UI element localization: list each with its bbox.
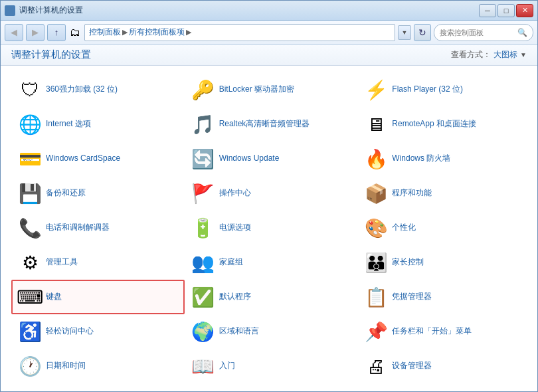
search-box[interactable]: 🔍 xyxy=(434,24,533,41)
item-firewall-icon: 🔥 xyxy=(365,148,387,169)
item-cardspace-label: Windows CardSpace xyxy=(46,153,120,164)
item-parental-icon: 👪 xyxy=(365,252,387,273)
item-remoteapp-label: RemoteApp 和桌面连接 xyxy=(392,119,476,130)
item-taskbar-icon: 📌 xyxy=(365,321,387,342)
item-action-icon: 🚩 xyxy=(193,183,214,204)
item-power-label: 电源选项 xyxy=(219,223,251,233)
folder-icon: 🗂 xyxy=(70,27,80,39)
item-winupdate-icon: 🔄 xyxy=(193,148,214,169)
item-remoteapp-icon: 🖥 xyxy=(365,114,387,135)
item-keyboard[interactable]: ⌨键盘 xyxy=(11,280,185,314)
item-ease[interactable]: ♿轻松访问中心 xyxy=(11,314,185,349)
item-firewall-label: Windows 防火墙 xyxy=(392,153,450,164)
item-backup-label: 备份和还原 xyxy=(46,188,86,199)
item-homegroup-icon: 👥 xyxy=(193,252,214,273)
item-mgmt-label: 管理工具 xyxy=(46,257,78,268)
item-remoteapp[interactable]: 🖥RemoteApp 和桌面连接 xyxy=(357,107,531,142)
item-backup-icon: 💾 xyxy=(19,183,41,204)
view-dropdown-arrow[interactable]: ▼ xyxy=(520,51,527,58)
item-homegroup[interactable]: 👥家庭组 xyxy=(185,245,358,280)
item-credential[interactable]: 📋凭据管理器 xyxy=(357,280,531,314)
item-power[interactable]: 🔋电源选项 xyxy=(185,211,358,245)
window-title: 调整计算机的设置 xyxy=(19,5,83,16)
path-separator-1: ▶ xyxy=(122,28,128,37)
item-default-label: 默认程序 xyxy=(219,292,251,302)
item-winupdate[interactable]: 🔄Windows Update xyxy=(185,142,358,176)
page-title: 调整计算机的设置 xyxy=(11,49,91,61)
item-flash[interactable]: ⚡Flash Player (32 位) xyxy=(357,72,531,107)
item-360[interactable]: 🛡360强力卸载 (32 位) xyxy=(11,72,185,107)
item-credential-label: 凭据管理器 xyxy=(392,292,432,302)
item-default[interactable]: ✅默认程序 xyxy=(185,280,358,314)
item-firewall[interactable]: 🔥Windows 防火墙 xyxy=(357,142,531,176)
item-realtek-icon: 🎵 xyxy=(193,114,214,135)
item-action[interactable]: 🚩操作中心 xyxy=(185,176,358,211)
item-internet[interactable]: 🌐Internet 选项 xyxy=(11,107,185,142)
address-bar: ◀ ▶ ↑ 🗂 控制面板 ▶ 所有控制面板项 ▶ ▼ ↻ 🔍 xyxy=(1,21,537,45)
item-region[interactable]: 🌍区域和语言 xyxy=(185,314,358,349)
search-icon: 🔍 xyxy=(517,28,527,37)
item-date-label: 日期和时间 xyxy=(46,361,86,371)
item-ease-label: 轻松访问中心 xyxy=(46,326,94,337)
item-homegroup-label: 家庭组 xyxy=(219,257,243,268)
item-personalize[interactable]: 🎨个性化 xyxy=(357,211,531,245)
forward-button[interactable]: ▶ xyxy=(26,24,45,41)
maximize-button[interactable]: □ xyxy=(497,4,515,17)
item-parental-label: 家长控制 xyxy=(392,257,424,268)
path-segment-control-panel[interactable]: 控制面板 xyxy=(89,27,121,38)
title-bar: 调整计算机的设置 ─ □ ✕ xyxy=(1,1,537,21)
item-getstarted[interactable]: 📖入门 xyxy=(185,349,358,383)
item-getstarted-label: 入门 xyxy=(219,361,235,371)
view-options: 查看方式： 大图标 ▼ xyxy=(451,49,527,60)
minimize-button[interactable]: ─ xyxy=(479,4,496,17)
path-separator-2: ▶ xyxy=(186,28,191,37)
address-path[interactable]: 控制面板 ▶ 所有控制面板项 ▶ xyxy=(84,24,395,41)
item-ease-icon: ♿ xyxy=(19,321,41,342)
item-date[interactable]: 🕐日期和时间 xyxy=(11,349,185,383)
title-bar-left: 调整计算机的设置 xyxy=(5,5,83,16)
item-cardspace[interactable]: 💳Windows CardSpace xyxy=(11,142,185,176)
refresh-button[interactable]: ↻ xyxy=(414,24,431,41)
item-getstarted-icon: 📖 xyxy=(193,355,214,377)
item-realtek-label: Realtek高清晰音频管理器 xyxy=(219,119,310,130)
view-label: 查看方式： xyxy=(451,49,491,60)
window-icon xyxy=(5,5,15,16)
path-segment-all-items[interactable]: 所有控制面板项 xyxy=(129,27,185,38)
item-cardspace-icon: 💳 xyxy=(19,148,41,169)
view-current[interactable]: 大图标 xyxy=(493,49,517,60)
item-personalize-icon: 🎨 xyxy=(365,217,387,239)
item-region-label: 区域和语言 xyxy=(219,326,259,337)
breadcrumb-icon-wrapper: 🗂 xyxy=(70,27,80,39)
search-input[interactable] xyxy=(440,29,515,37)
item-360-label: 360强力卸载 (32 位) xyxy=(46,84,118,95)
item-programs[interactable]: 📦程序和功能 xyxy=(357,176,531,211)
item-region-icon: 🌍 xyxy=(193,321,214,342)
path-dropdown-button[interactable]: ▼ xyxy=(398,25,411,40)
up-button[interactable]: ↑ xyxy=(47,24,66,41)
item-taskbar-label: 任务栏和「开始」菜单 xyxy=(392,326,472,337)
item-device-icon: 🖨 xyxy=(365,355,387,377)
item-mgmt[interactable]: ⚙管理工具 xyxy=(11,245,185,280)
item-device-label: 设备管理器 xyxy=(392,361,432,371)
item-bitlocker[interactable]: 🔑BitLocker 驱动器加密 xyxy=(185,72,358,107)
item-device[interactable]: 🖨设备管理器 xyxy=(357,349,531,383)
item-mgmt-icon: ⚙ xyxy=(19,252,41,273)
item-realtek[interactable]: 🎵Realtek高清晰音频管理器 xyxy=(185,107,358,142)
item-action-label: 操作中心 xyxy=(219,188,251,199)
back-button[interactable]: ◀ xyxy=(5,24,23,41)
item-internet-label: Internet 选项 xyxy=(46,119,91,130)
item-keyboard-icon: ⌨ xyxy=(19,286,41,308)
main-panel[interactable]: 🛡360强力卸载 (32 位)🔑BitLocker 驱动器加密⚡Flash Pl… xyxy=(1,66,537,391)
item-phone[interactable]: 📞电话和调制解调器 xyxy=(11,211,185,245)
items-grid: 🛡360强力卸载 (32 位)🔑BitLocker 驱动器加密⚡Flash Pl… xyxy=(11,72,531,383)
item-bitlocker-label: BitLocker 驱动器加密 xyxy=(219,84,294,95)
item-phone-icon: 📞 xyxy=(19,217,41,239)
item-default-icon: ✅ xyxy=(193,286,214,308)
item-taskbar[interactable]: 📌任务栏和「开始」菜单 xyxy=(357,314,531,349)
item-360-icon: 🛡 xyxy=(19,79,41,100)
content-wrapper: 调整计算机的设置 查看方式： 大图标 ▼ 🛡360强力卸载 (32 位)🔑Bit… xyxy=(1,45,537,391)
item-parental[interactable]: 👪家长控制 xyxy=(357,245,531,280)
item-backup[interactable]: 💾备份和还原 xyxy=(11,176,185,211)
item-keyboard-label: 键盘 xyxy=(46,292,62,302)
close-button[interactable]: ✕ xyxy=(516,4,533,17)
